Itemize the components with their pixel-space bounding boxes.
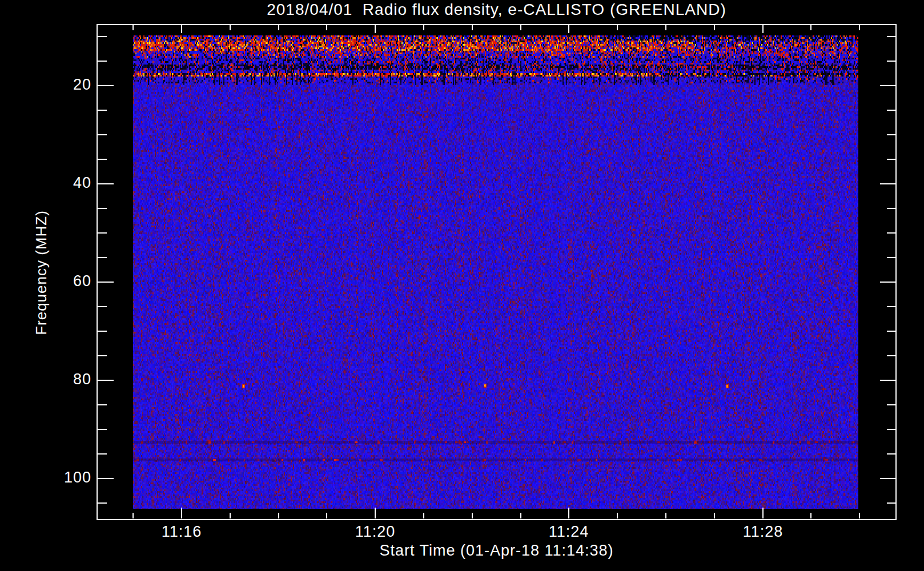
y-tick-minor xyxy=(98,429,107,430)
x-tick-minor xyxy=(230,513,231,518)
x-tick-major-top xyxy=(181,25,182,33)
y-tick-minor-right xyxy=(887,404,896,405)
y-tick-minor-right xyxy=(887,208,896,209)
y-tick-minor xyxy=(98,36,107,37)
y-tick-minor-right xyxy=(887,232,896,234)
x-tick-major-top xyxy=(762,25,764,33)
plot-frame xyxy=(97,24,897,520)
y-tick-minor-right xyxy=(887,502,896,504)
x-tick-minor xyxy=(278,513,279,518)
x-tick-major-top xyxy=(568,25,569,33)
x-tick-minor xyxy=(423,513,424,518)
x-tick-minor-top xyxy=(423,25,424,30)
y-tick-minor-right xyxy=(887,257,896,258)
y-tick-label: 80 xyxy=(46,371,91,388)
x-tick-minor xyxy=(617,513,618,518)
x-tick-minor-top xyxy=(714,25,715,30)
y-tick-minor xyxy=(98,502,107,504)
y-tick-major xyxy=(98,183,114,184)
y-tick-minor-right xyxy=(887,331,896,332)
x-tick-minor-top xyxy=(278,25,279,30)
y-tick-minor-right xyxy=(887,134,896,135)
y-tick-label: 100 xyxy=(46,469,91,486)
x-tick-major xyxy=(375,508,376,518)
x-tick-minor-top xyxy=(617,25,618,30)
y-tick-major-right xyxy=(880,85,896,86)
y-tick-label: 20 xyxy=(46,76,91,94)
x-tick-minor-top xyxy=(132,25,134,30)
y-tick-minor xyxy=(98,331,107,332)
x-tick-minor xyxy=(859,513,860,518)
y-tick-minor xyxy=(98,61,107,62)
y-tick-minor xyxy=(98,159,107,160)
x-tick-label: 11:16 xyxy=(142,523,222,541)
y-tick-minor-right xyxy=(887,306,896,307)
y-tick-minor xyxy=(98,110,107,111)
y-tick-minor xyxy=(98,208,107,209)
y-tick-major-right xyxy=(880,183,896,184)
x-tick-minor-top xyxy=(859,25,860,30)
y-tick-minor xyxy=(98,404,107,405)
x-tick-minor xyxy=(665,513,666,518)
y-tick-minor xyxy=(98,355,107,356)
x-tick-minor xyxy=(132,513,134,518)
y-tick-minor xyxy=(98,257,107,258)
y-tick-minor-right xyxy=(887,429,896,430)
x-tick-minor xyxy=(810,513,811,518)
x-axis-label: Start Time (01-Apr-18 11:14:38) xyxy=(97,542,896,560)
x-tick-minor xyxy=(520,513,521,518)
y-tick-minor xyxy=(98,232,107,234)
x-tick-minor-top xyxy=(326,25,327,30)
y-tick-minor-right xyxy=(887,453,896,455)
y-tick-major xyxy=(98,85,114,86)
x-tick-minor xyxy=(326,513,327,518)
y-tick-minor xyxy=(98,453,107,455)
x-tick-minor xyxy=(714,513,715,518)
y-tick-major-right xyxy=(880,282,896,283)
y-tick-major xyxy=(98,478,114,479)
x-tick-major xyxy=(762,508,764,518)
x-tick-minor-top xyxy=(810,25,811,30)
y-tick-major xyxy=(98,282,114,283)
y-tick-major-right xyxy=(880,478,896,479)
x-tick-minor-top xyxy=(472,25,473,30)
spectrogram-page: 2018/04/01 Radio flux density, e-CALLIST… xyxy=(0,0,924,571)
y-tick-minor-right xyxy=(887,159,896,160)
x-tick-label: 11:24 xyxy=(529,523,609,541)
x-tick-major xyxy=(568,508,569,518)
y-tick-minor xyxy=(98,306,107,307)
y-tick-major xyxy=(98,380,114,381)
x-tick-label: 11:20 xyxy=(335,523,415,541)
y-tick-label: 60 xyxy=(46,272,91,290)
y-tick-label: 40 xyxy=(46,174,91,192)
y-tick-major-right xyxy=(880,380,896,381)
x-tick-minor-top xyxy=(665,25,666,30)
x-tick-minor xyxy=(472,513,473,518)
y-tick-minor-right xyxy=(887,61,896,62)
y-tick-minor xyxy=(98,134,107,135)
y-tick-minor-right xyxy=(887,110,896,111)
x-tick-label: 11:28 xyxy=(723,523,803,541)
x-tick-minor-top xyxy=(230,25,231,30)
chart-title: 2018/04/01 Radio flux density, e-CALLIST… xyxy=(97,1,896,19)
x-tick-major xyxy=(181,508,182,518)
y-tick-minor-right xyxy=(887,36,896,37)
x-tick-minor-top xyxy=(520,25,521,30)
x-tick-major-top xyxy=(375,25,376,33)
y-tick-minor-right xyxy=(887,355,896,356)
